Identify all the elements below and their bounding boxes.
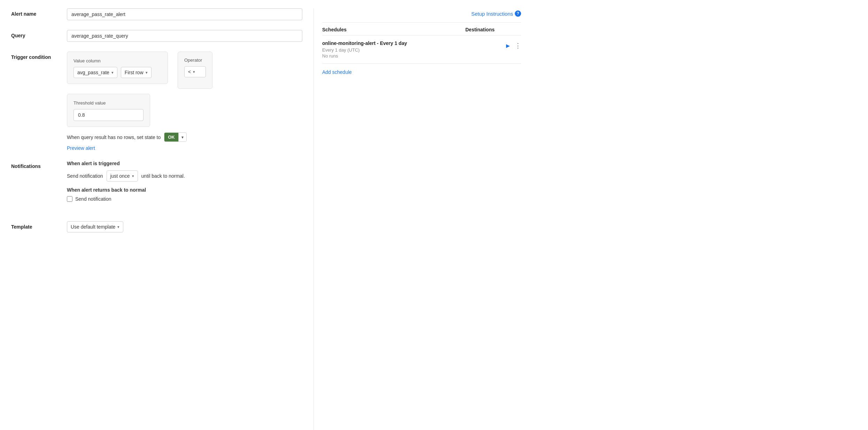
no-rows-text: When query result has no rows, set state… xyxy=(67,135,161,140)
query-label: Query xyxy=(11,30,67,38)
row-selector-chevron-icon: ▾ xyxy=(146,70,148,75)
frequency-chevron-icon: ▾ xyxy=(132,174,134,178)
send-notification-text: Send notification xyxy=(67,173,103,179)
schedule-more-button[interactable]: ⋮ xyxy=(515,42,521,49)
no-rows-state-badge: OK xyxy=(164,133,178,141)
alert-name-input[interactable] xyxy=(67,8,302,20)
schedule-name: online-monitoring-alert - Every 1 day xyxy=(322,40,506,46)
notification-frequency-selected: just once xyxy=(110,173,130,179)
alert-name-label: Alert name xyxy=(11,8,67,17)
value-column-dropdown[interactable]: avg_pass_rate ▾ xyxy=(73,67,117,78)
template-dropdown[interactable]: Use default template ▾ xyxy=(67,221,123,232)
schedules-column-header: Schedules xyxy=(322,27,465,32)
threshold-value-label: Threshold value xyxy=(73,100,144,106)
operator-dropdown[interactable]: < ▾ xyxy=(184,66,206,77)
until-back-to-normal-text: until back to normal. xyxy=(141,173,185,179)
help-circle-icon: ? xyxy=(515,10,521,17)
value-column-label: Value column xyxy=(73,58,161,63)
no-rows-state-chevron-icon: ▾ xyxy=(178,133,186,141)
preview-alert-link[interactable]: Preview alert xyxy=(67,145,95,151)
threshold-value-input[interactable] xyxy=(73,109,144,121)
operator-selected: < xyxy=(188,69,191,75)
back-to-normal-send-notification-label: Send notification xyxy=(75,196,111,202)
add-schedule-link[interactable]: Add schedule xyxy=(322,64,352,75)
schedule-runs: No runs xyxy=(322,53,506,59)
notification-frequency-dropdown[interactable]: just once ▾ xyxy=(107,170,138,182)
destinations-column-header: Destinations xyxy=(465,27,521,32)
when-triggered-label: When alert is triggered xyxy=(67,161,302,166)
operator-label: Operator xyxy=(184,57,206,63)
template-selected: Use default template xyxy=(71,224,115,230)
query-input[interactable] xyxy=(67,30,302,42)
schedule-item: online-monitoring-alert - Every 1 day Ev… xyxy=(322,36,521,64)
value-column-selected: avg_pass_rate xyxy=(77,70,109,75)
schedule-play-button[interactable]: ▶ xyxy=(506,43,510,48)
schedule-frequency: Every 1 day (UTC) xyxy=(322,47,506,53)
back-to-normal-checkbox[interactable] xyxy=(67,196,72,202)
value-column-chevron-icon: ▾ xyxy=(111,70,114,75)
when-back-to-normal-label: When alert returns back to normal xyxy=(67,187,302,193)
setup-instructions-link[interactable]: Setup Instructions ? xyxy=(471,10,521,17)
no-rows-state-dropdown[interactable]: OK ▾ xyxy=(164,132,187,142)
notifications-label: Notifications xyxy=(11,161,67,169)
trigger-condition-label: Trigger condition xyxy=(11,52,67,60)
setup-instructions-text: Setup Instructions xyxy=(471,11,513,17)
template-chevron-icon: ▾ xyxy=(117,225,119,229)
row-selector-selected: First row xyxy=(125,70,144,75)
row-selector-dropdown[interactable]: First row ▾ xyxy=(121,67,152,78)
template-label: Template xyxy=(11,221,67,230)
operator-chevron-icon: ▾ xyxy=(193,70,195,74)
